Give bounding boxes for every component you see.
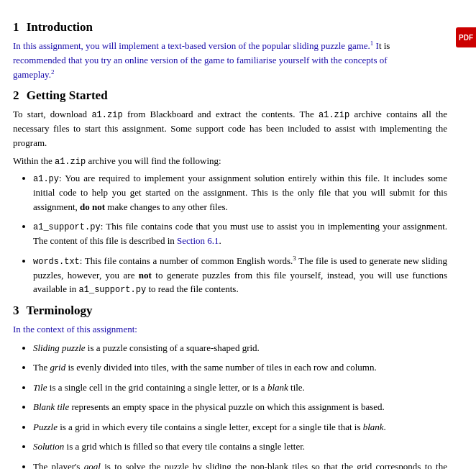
a1py-filename: a1.py bbox=[33, 174, 59, 184]
footnote1: 1 bbox=[370, 40, 374, 47]
tile-term: Tile bbox=[33, 382, 47, 393]
pdf-icon[interactable]: PDF bbox=[456, 27, 476, 47]
bullet-goal: The player's goal is to solve the puzzle… bbox=[33, 460, 447, 469]
words-filename: words.txt bbox=[33, 257, 80, 267]
bullet-puzzle: Puzzle is a grid in which every tile con… bbox=[33, 420, 447, 434]
bullet-blank-tile: Blank tile represents an empty space in … bbox=[33, 400, 447, 414]
a1zip-2: a1.zip bbox=[319, 110, 349, 120]
section1-intro-text: In this assignment, you will implement a… bbox=[13, 40, 379, 51]
section3-title: Terminology bbox=[26, 304, 92, 317]
bullet-grid: The grid is evenly divided into tiles, w… bbox=[33, 360, 447, 375]
footnote3: 3 bbox=[293, 255, 296, 262]
bullet-sliding-puzzle: Sliding puzzle is a puzzle consisting of… bbox=[33, 341, 447, 355]
solution-term: Solution bbox=[33, 441, 64, 452]
section3-intro: In the context of this assignment: bbox=[13, 322, 447, 337]
footnote2: 2 bbox=[51, 68, 55, 75]
section1-title: Introduction bbox=[27, 20, 93, 34]
blank-term-tile: blank bbox=[267, 382, 288, 393]
section2-title: Getting Started bbox=[27, 88, 108, 102]
section2-bullet-list: a1.py: You are required to implement you… bbox=[33, 171, 447, 296]
section2-within: Within the a1.zip archive you will find … bbox=[13, 154, 447, 168]
section1-text2: t is bbox=[379, 40, 390, 51]
blank-term-puzzle: blank bbox=[363, 422, 384, 432]
section1-heading: 1 Introduction bbox=[13, 20, 447, 35]
page-container: PDF 1 Introduction In this assignment, y… bbox=[0, 0, 476, 469]
section1-paragraph: In this assignment, you will implement a… bbox=[13, 39, 447, 81]
bullet-solution: Solution is a grid which is filled so th… bbox=[33, 440, 447, 454]
section3-number: 3 bbox=[13, 304, 19, 317]
section3-intro-text: In the context of this assignment: bbox=[13, 324, 137, 334]
do-not-bold: do not bbox=[80, 201, 105, 212]
section1-gameplay: gameplay.2 bbox=[13, 69, 54, 80]
bullet-a1support: a1_support.py: This file contains code t… bbox=[33, 219, 447, 248]
bullet-words: words.txt: This file contains a number o… bbox=[33, 254, 447, 297]
section1-of: of bbox=[380, 55, 388, 65]
section2-number: 2 bbox=[13, 88, 19, 102]
that-word: that bbox=[68, 55, 83, 65]
grid-term: grid bbox=[50, 362, 65, 373]
blank-tile-term: Blank tile bbox=[33, 401, 69, 412]
section1-number: 1 bbox=[13, 20, 19, 34]
sliding-puzzle-term: Sliding puzzle bbox=[33, 342, 86, 353]
section2-heading: 2 Getting Started bbox=[13, 88, 447, 103]
bullet-tile: Tile is a single cell in the grid contai… bbox=[33, 381, 447, 395]
not-bold: not bbox=[139, 270, 152, 281]
pdf-icon-label: PDF bbox=[459, 34, 473, 42]
a1zip-1: a1.zip bbox=[91, 110, 122, 120]
section3-heading: 3 Terminology bbox=[13, 304, 447, 318]
a1zip-3: a1.zip bbox=[55, 157, 86, 167]
section2-para1: To start, download a1.zip from Blackboar… bbox=[13, 107, 447, 150]
puzzle-term: Puzzle bbox=[33, 422, 58, 432]
a1support-filename: a1_support.py bbox=[33, 222, 101, 232]
bullet-a1py: a1.py: You are required to implement you… bbox=[33, 171, 447, 214]
section61-link[interactable]: Section 6.1 bbox=[177, 235, 219, 246]
section1-text3: recommended that you try an online versi… bbox=[13, 55, 377, 65]
a1support-filename2: a1_support.py bbox=[79, 285, 147, 295]
goal-term: goal bbox=[84, 461, 101, 469]
section3-bullet-list: Sliding puzzle is a puzzle consisting of… bbox=[33, 341, 447, 469]
